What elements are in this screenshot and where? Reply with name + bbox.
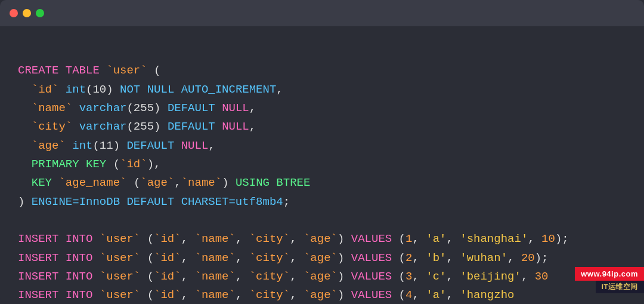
minimize-button[interactable] — [23, 9, 31, 17]
code-block: CREATE TABLE `user` ( `id` int(10) NOT N… — [18, 43, 626, 304]
window: CREATE TABLE `user` ( `id` int(10) NOT N… — [0, 0, 644, 304]
table-name: `user` — [106, 64, 147, 77]
titlebar — [0, 0, 644, 26]
close-button[interactable] — [10, 9, 18, 17]
code-area: CREATE TABLE `user` ( `id` int(10) NOT N… — [0, 26, 644, 304]
watermark: www.94ip.com IT运维空间 — [575, 267, 644, 293]
watermark-site: www.94ip.com — [575, 267, 644, 281]
traffic-lights — [10, 9, 44, 17]
keyword-create: CREATE TABLE — [18, 64, 100, 77]
maximize-button[interactable] — [36, 9, 44, 17]
watermark-label: IT运维空间 — [596, 281, 644, 293]
